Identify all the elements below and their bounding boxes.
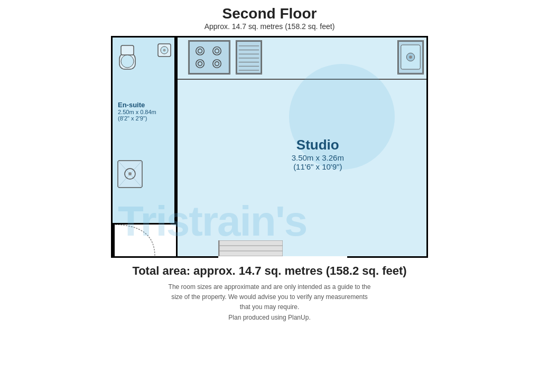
ensuite-label: En-suite 2.50m x 0.84m (8'2" x 2'9"): [118, 101, 156, 122]
disclaimer-line3: that you may require.: [240, 303, 300, 311]
disclaimer-line1: The room sizes are approximate and are o…: [169, 283, 371, 291]
ensuite-dims-imperial: (8'2" x 2'9"): [118, 115, 156, 122]
svg-rect-32: [113, 225, 176, 256]
kitchen-area: [178, 38, 426, 80]
floorplan: Tristrain's: [111, 36, 428, 258]
studio-label: Studio 3.50m x 3.26m (11'6" x 10'9"): [292, 137, 344, 171]
toilet-icon: [117, 43, 138, 72]
svg-point-10: [128, 172, 132, 175]
disclaimer: The room sizes are approximate and are o…: [169, 282, 371, 323]
svg-rect-11: [189, 41, 229, 73]
svg-point-31: [409, 55, 412, 59]
floor-subtitle: Approx. 14.7 sq. metres (158.2 sq. feet): [205, 22, 335, 31]
svg-rect-34: [219, 240, 283, 256]
fridge-icon: [236, 40, 262, 74]
entrance-steps: [218, 240, 282, 256]
ensuite-sink-icon: [157, 43, 172, 58]
ensuite-room: [113, 38, 176, 225]
svg-rect-33: [113, 225, 115, 256]
studio-dims-metric: 3.50m x 3.26m: [292, 153, 344, 162]
svg-point-2: [121, 55, 134, 68]
ensuite-name: En-suite: [118, 101, 156, 109]
page-header: Second Floor Approx. 14.7 sq. metres (15…: [205, 5, 335, 31]
hob-icon: [188, 40, 230, 74]
total-area-text: Total area: approx. 14.7 sq. metres (158…: [132, 264, 406, 278]
ensuite-dims-metric: 2.50m x 0.84m: [118, 109, 156, 115]
disclaimer-line2: size of the property. We would advise yo…: [171, 293, 368, 301]
studio-room: Studio 3.50m x 3.26m (11'6" x 10'9"): [176, 38, 426, 256]
studio-dims-imperial: (11'6" x 10'9"): [292, 162, 344, 171]
floor-title: Second Floor: [205, 5, 335, 22]
door-swing-icon: [113, 225, 176, 256]
svg-rect-1: [121, 45, 134, 55]
studio-name: Studio: [292, 137, 344, 153]
studio-sink-icon: [397, 40, 424, 74]
disclaimer-line4: Plan produced using PlanUp.: [228, 314, 310, 321]
svg-point-5: [163, 49, 165, 51]
entrance-gap: [218, 256, 347, 258]
shower-icon: [117, 160, 143, 189]
